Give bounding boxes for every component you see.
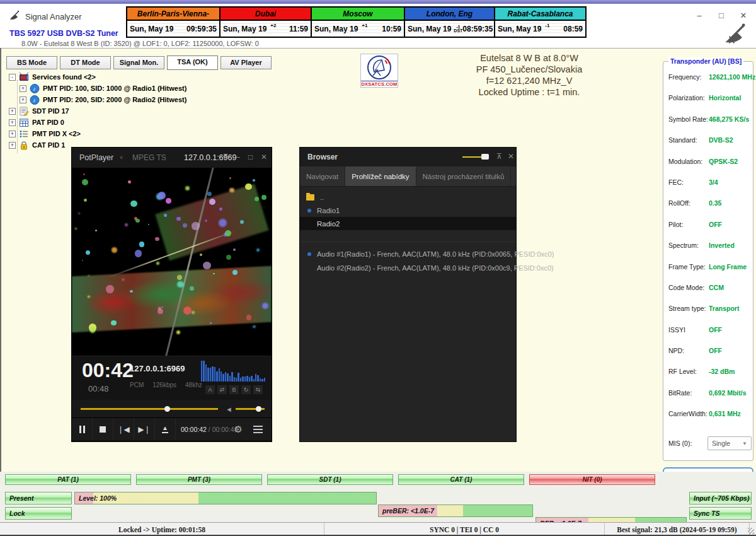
- seek-bar[interactable]: [81, 408, 218, 410]
- sdt-bar: SDT (1): [267, 474, 393, 485]
- potplayer-titlebar[interactable]: PotPlayer ˅ MPEG TS 127.0.0.1:6969 ⊼ – □…: [72, 148, 272, 168]
- clock-city-label: London, Eng: [405, 8, 494, 21]
- clock-berlin: Berlin-Paris-Vienna-Roma Sun, May 19 09:…: [127, 8, 220, 37]
- clock-moscow: Moscow Sun, May 19 +1 10:59: [312, 8, 405, 37]
- transponder-row-label: RF Level:: [668, 368, 709, 375]
- spectrum-bar: [234, 377, 235, 382]
- close-icon[interactable]: ✕: [261, 153, 267, 161]
- transponder-row-label: Modulation:: [668, 158, 709, 165]
- tree-item-pmt-x[interactable]: + PMT PID X <2>: [4, 128, 268, 139]
- tree-item-services[interactable]: - Services found <2>: [4, 71, 268, 83]
- visualization-dot: [192, 222, 199, 230]
- visualization-dot: [135, 219, 140, 223]
- previous-button[interactable]: ❘◀: [113, 418, 134, 441]
- expand-toggle[interactable]: +: [9, 119, 16, 126]
- transponder-row-label: Symbol Rate:: [668, 115, 709, 123]
- visualization-dot: [83, 173, 85, 175]
- audio-track-2[interactable]: Audio #2(Radio2) - French, AAC(LATM), 48…: [300, 261, 516, 275]
- tab-av-player[interactable]: AV Player: [220, 56, 272, 69]
- tree-item-sdt[interactable]: + SDT PID 17: [4, 105, 268, 117]
- level-bar: Level: 100%: [74, 492, 377, 504]
- minimize-icon[interactable]: –: [236, 153, 240, 161]
- control-time: 00:00:42 / 00:00:48: [181, 426, 238, 433]
- close-button[interactable]: ✕: [734, 10, 753, 21]
- tab-navigate[interactable]: Navigovat: [300, 166, 345, 186]
- visualization-dot: [246, 315, 252, 320]
- tab-menu-browser[interactable]: Prohlížeč nabídky: [345, 166, 416, 186]
- eject-button[interactable]: ▲: [155, 418, 176, 441]
- tab-dt-mode[interactable]: DT Mode: [60, 56, 111, 69]
- visualization-dot: [253, 325, 255, 328]
- tree-item-pmt-radio2[interactable]: + ♪ PMT PID: 200, SID: 2000 @ Radio2 (Hi…: [4, 94, 268, 105]
- maximize-icon[interactable]: □: [248, 153, 253, 161]
- expand-toggle[interactable]: +: [20, 85, 26, 92]
- video-visualization[interactable]: [72, 168, 272, 356]
- transponder-row: ISSYIOFF: [668, 323, 750, 336]
- seek-knob[interactable]: [164, 406, 170, 412]
- expand-toggle[interactable]: +: [20, 96, 26, 103]
- volume-icon[interactable]: ◄: [226, 405, 232, 413]
- pin-icon[interactable]: ⊼: [223, 153, 229, 161]
- svg-text:♪: ♪: [33, 86, 36, 92]
- list-item-up[interactable]: ..: [300, 190, 516, 204]
- spectrum-bar: [255, 374, 256, 382]
- loop-b-button[interactable]: B: [229, 385, 239, 394]
- clock-dubai: Dubai Sun, May 19 +2 11:59: [220, 8, 312, 37]
- transponder-row: RollOff:0.35: [668, 197, 750, 209]
- satellite-dish-icon-large: [723, 23, 747, 44]
- gear-icon[interactable]: ⚙: [234, 424, 243, 435]
- mis-dropdown[interactable]: Single▼: [707, 436, 752, 450]
- transponder-row-value: 468,275 KS/s: [709, 115, 749, 123]
- visualization-dot: [232, 270, 238, 275]
- volume-knob[interactable]: [256, 406, 261, 412]
- tab-bs-mode[interactable]: BS Mode: [6, 56, 57, 69]
- loop-a-button[interactable]: A: [205, 385, 215, 394]
- close-icon[interactable]: ✕: [508, 152, 514, 161]
- resize-grip[interactable]: [750, 523, 756, 536]
- expand-toggle[interactable]: +: [9, 108, 16, 115]
- spectrum-bar: [207, 368, 209, 382]
- spectrum-bar: [264, 378, 265, 382]
- next-button[interactable]: ▶❘: [134, 418, 155, 441]
- pause-button[interactable]: [72, 418, 93, 441]
- tab-online[interactable]: Online St: [511, 166, 516, 186]
- tree-item-pmt-radio1[interactable]: + ♪ PMT PID: 100, SID: 1000 @ Radio1 (Hi…: [4, 83, 268, 94]
- visualization-dot: [207, 192, 212, 196]
- visualization-dot: [111, 320, 116, 325]
- opacity-slider-knob[interactable]: [481, 154, 489, 160]
- tab-subtitle-browser[interactable]: Nástroj procházení titulků: [416, 166, 512, 186]
- maximize-button[interactable]: □: [712, 10, 731, 21]
- visualization-dot: [219, 207, 222, 210]
- spectrum-bar: [210, 368, 211, 382]
- playing-dot-icon: [307, 252, 311, 256]
- repeat-button[interactable]: ↻: [241, 385, 251, 394]
- expand-toggle[interactable]: +: [9, 131, 16, 137]
- menu-icon[interactable]: [253, 424, 263, 435]
- minimize-button[interactable]: –: [690, 10, 709, 21]
- tab-tsa[interactable]: TSA (OK): [167, 55, 218, 70]
- expand-toggle[interactable]: +: [9, 142, 16, 149]
- transponder-groupbox: Transponder (AU) [BS] Frequency:12621,10…: [663, 61, 753, 461]
- audio-spectrum: [201, 360, 265, 382]
- swap-button[interactable]: ⇄: [217, 385, 227, 394]
- mis-label: MIS (0):: [668, 440, 707, 447]
- audio-track-1[interactable]: Audio #1(Radio1) - French, AAC(LATM), 48…: [300, 247, 516, 261]
- list-item-radio1[interactable]: Radio1: [300, 204, 516, 217]
- dxsatcs-logo-emblem: [365, 54, 393, 81]
- collapse-toggle[interactable]: -: [9, 74, 16, 81]
- pin-icon[interactable]: ⊼: [496, 152, 502, 161]
- visualization-dot: [130, 290, 132, 293]
- stop-button[interactable]: [93, 418, 113, 441]
- sync-indicator: Sync TS: [689, 507, 752, 520]
- visualization-dot: [245, 184, 252, 190]
- chevron-down-icon[interactable]: ˅: [120, 154, 123, 161]
- browser-titlebar[interactable]: Browser ⊼ ✕: [300, 148, 516, 166]
- stream-address-info: 127.0.0.1:6969: [130, 364, 185, 373]
- list-item-radio2[interactable]: Radio2: [300, 217, 516, 230]
- transponder-row-label: Frequency:: [668, 73, 709, 81]
- transponder-row-label: NPD:: [668, 347, 709, 354]
- tree-item-pat[interactable]: + PAT PID 0: [4, 117, 268, 128]
- tab-signal-mon[interactable]: Signal Mon.: [113, 56, 164, 69]
- shuffle-button[interactable]: ⇆: [253, 385, 263, 394]
- cat-bar: CAT (1): [398, 474, 524, 485]
